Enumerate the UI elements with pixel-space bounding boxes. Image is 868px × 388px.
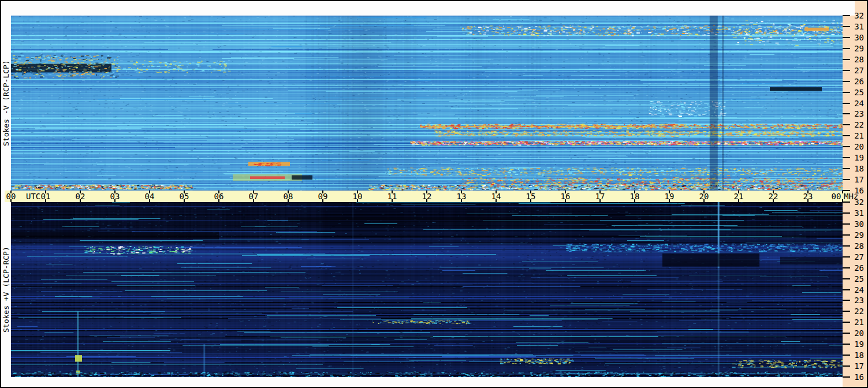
freq-tick-label: 26 <box>849 264 864 272</box>
time-tick-label: 12 <box>422 192 432 200</box>
time-tick-label: 03 <box>110 192 120 200</box>
freq-tick-label: 27 <box>849 253 864 261</box>
time-tick-label: 20 <box>699 192 709 200</box>
utc-unit-label: UTC <box>26 192 40 200</box>
freq-tick-label: 23 <box>849 110 864 118</box>
time-tick-label: 10 <box>353 192 363 200</box>
time-tick-label: 11 <box>388 192 397 200</box>
time-tick-label: 06 <box>214 192 224 200</box>
freq-tick-label: 22 <box>849 121 864 129</box>
time-tick-label: 17 <box>595 192 605 200</box>
time-tick-label: 16 <box>561 192 571 200</box>
panel-label-stokes-minus-v: Stokes -V (RCP-LCP) <box>1 16 11 191</box>
freq-tick-label: 19 <box>849 154 864 162</box>
freq-tick-label: 24 <box>849 99 864 107</box>
freq-tick-label: 17 <box>849 362 864 370</box>
freq-tick-label: 22 <box>849 307 864 315</box>
time-tick-label: 02 <box>76 192 85 200</box>
time-tick-label: 00 <box>6 192 16 200</box>
panel-label-stokes-plus-v: Stokes +V (LCP-RCP) <box>1 202 11 377</box>
time-tick-label: 18 <box>630 192 640 200</box>
freq-tick-label: 29 <box>849 44 864 53</box>
freq-tick-label: 26 <box>849 77 864 85</box>
freq-tick-label: 32 <box>849 198 864 206</box>
freq-tick-label: 25 <box>849 88 864 96</box>
freq-tick-label: 20 <box>849 329 864 337</box>
freq-tick-label: 27 <box>849 66 864 74</box>
freq-tick-label: 24 <box>849 286 864 294</box>
freq-tick-label: 25 <box>849 275 864 283</box>
time-tick-label: 15 <box>526 192 536 200</box>
time-tick-label: 09 <box>318 192 328 200</box>
freq-tick-label: 29 <box>849 231 864 239</box>
time-tick-label: 05 <box>180 192 189 200</box>
time-tick-label: 13 <box>457 192 467 200</box>
freq-tick-label: 19 <box>849 340 864 348</box>
time-tick-label: 23 <box>803 192 813 200</box>
title-bar: AJ4CO Observatory 03 May 2014 - DPS on T… <box>1 1 855 16</box>
time-tick-label: 14 <box>491 192 501 200</box>
time-tick-label: 19 <box>665 192 675 200</box>
freq-tick-label: 30 <box>849 220 864 228</box>
time-tick-label: 07 <box>249 192 259 200</box>
freq-tick-label: 28 <box>849 242 864 250</box>
time-tick-label: 00 <box>832 192 841 200</box>
freq-tick-label: 21 <box>849 132 864 140</box>
time-tick-label: 04 <box>145 192 155 200</box>
time-tick-label: 21 <box>734 192 744 200</box>
freq-tick-label: 31 <box>849 23 864 31</box>
freq-tick-label: 16 <box>849 186 864 195</box>
freq-tick-label: 21 <box>849 318 864 326</box>
freq-tick-label: 18 <box>849 351 864 359</box>
freq-tick-label: 20 <box>849 143 864 151</box>
app-window: AJ4CO Observatory 03 May 2014 - DPS on T… <box>0 0 868 388</box>
freq-tick-label: 23 <box>849 296 864 304</box>
time-tick-label: 22 <box>769 192 778 200</box>
time-tick-label: 08 <box>284 192 293 200</box>
time-axis: 0001020304050607080910111213141516171819… <box>5 191 850 202</box>
freq-tick-label: 32 <box>849 12 864 20</box>
freq-tick-label: 31 <box>849 209 864 217</box>
freq-tick-label: 18 <box>849 165 864 173</box>
time-tick-label: 01 <box>41 192 51 200</box>
freq-tick-label: 30 <box>849 33 864 42</box>
freq-tick-label: 16 <box>849 373 864 381</box>
spectrogram-stokes-minus-v <box>11 16 843 191</box>
bottom-margin <box>1 377 843 387</box>
freq-tick-label: 28 <box>849 55 864 64</box>
freq-tick-label: 17 <box>849 176 864 184</box>
spectrogram-stokes-plus-v <box>11 202 843 377</box>
